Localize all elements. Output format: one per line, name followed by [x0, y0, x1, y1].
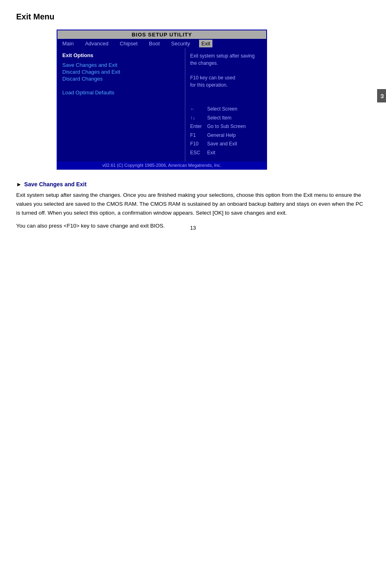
key-select-item-label: Select Item — [207, 114, 231, 123]
key-f1: F1 — [190, 131, 205, 140]
section-arrow-icon: ► — [16, 181, 22, 187]
key-left-arrow: ← — [190, 105, 205, 114]
save-section-para1: Exit system setup after saving the chang… — [16, 191, 364, 218]
desc-line2: the changes. — [190, 60, 218, 66]
bios-left-panel: Exit Options Save Changes and Exit Disca… — [57, 48, 185, 162]
side-tab: ω — [377, 89, 386, 102]
key-row-esc: ESC Exit — [190, 149, 261, 158]
key-select-screen-label: Select Screen — [207, 105, 238, 114]
key-save-exit-label: Save and Exit — [207, 140, 237, 149]
bios-key-legend: ← Select Screen ↑↓ Select Item Enter Go … — [190, 105, 261, 158]
bios-setup-box: BIOS SETUP UTILITY Main Advanced Chipset… — [57, 30, 267, 170]
key-row-select-item: ↑↓ Select Item — [190, 114, 261, 123]
desc-line5: for this operation. — [190, 82, 228, 88]
menu-load-optimal[interactable]: Load Optimal Defaults — [62, 89, 180, 96]
desc-line1: Exit system setup after saving — [190, 53, 255, 59]
bios-right-panel: Exit system setup after saving the chang… — [185, 48, 266, 162]
nav-exit[interactable]: Exit — [199, 40, 213, 47]
bios-content: Exit Options Save Changes and Exit Disca… — [57, 48, 266, 162]
bios-right-desc: Exit system setup after saving the chang… — [190, 52, 261, 89]
save-section-heading: ► Save Changes and Exit — [16, 181, 370, 187]
nav-security[interactable]: Security — [169, 40, 193, 47]
menu-discard-chages-exit[interactable]: Discard Chages and Exit — [62, 68, 180, 75]
nav-chipset[interactable]: Chipset — [117, 40, 140, 47]
key-row-sub-screen: Enter Go to Sub Screen — [190, 122, 261, 131]
key-f10: F10 — [190, 140, 205, 149]
nav-advanced[interactable]: Advanced — [83, 40, 111, 47]
bios-title-bar: BIOS SETUP UTILITY — [57, 30, 266, 39]
page-number: 13 — [190, 225, 196, 231]
bios-nav: Main Advanced Chipset Boot Security Exit — [57, 39, 266, 48]
key-row-select-screen: ← Select Screen — [190, 105, 261, 114]
nav-boot[interactable]: Boot — [146, 40, 162, 47]
key-row-general-help: F1 General Help — [190, 131, 261, 140]
key-row-save-exit: F10 Save and Exit — [190, 140, 261, 149]
menu-spacer — [62, 82, 180, 89]
key-general-help-label: General Help — [207, 131, 236, 140]
key-esc: ESC — [190, 149, 205, 158]
nav-main[interactable]: Main — [60, 40, 76, 47]
key-esc-label: Exit — [207, 149, 215, 158]
bios-footer: v02.61 (C) Copyright 1985-2006, American… — [57, 162, 266, 169]
save-section-title: Save Changes and Exit — [24, 181, 87, 187]
menu-discard-changes[interactable]: Discard Changes — [62, 75, 180, 82]
page-title: Exit Menu — [16, 12, 370, 21]
menu-save-changes-exit[interactable]: Save Changes and Exit — [62, 62, 180, 68]
desc-line4: F10 key can be used — [190, 75, 235, 81]
bios-section-label: Exit Options — [62, 52, 180, 58]
key-up-down-arrow: ↑↓ — [190, 114, 205, 123]
key-sub-screen-label: Go to Sub Screen — [207, 122, 246, 131]
key-enter: Enter — [190, 122, 205, 131]
